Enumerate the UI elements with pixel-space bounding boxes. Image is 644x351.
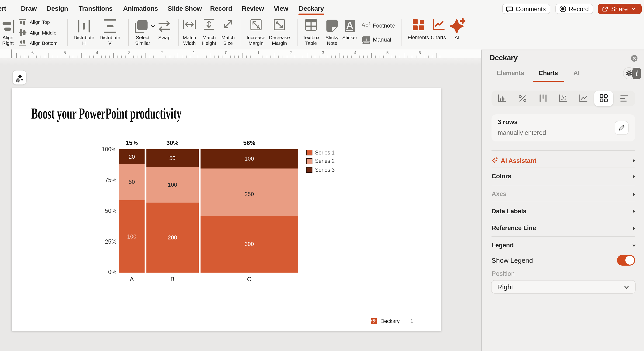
svg-text:A: A [276, 20, 279, 25]
svg-text:Ab: Ab [361, 22, 368, 28]
svg-text:A: A [256, 24, 260, 30]
svg-text:1: 1 [368, 22, 370, 26]
